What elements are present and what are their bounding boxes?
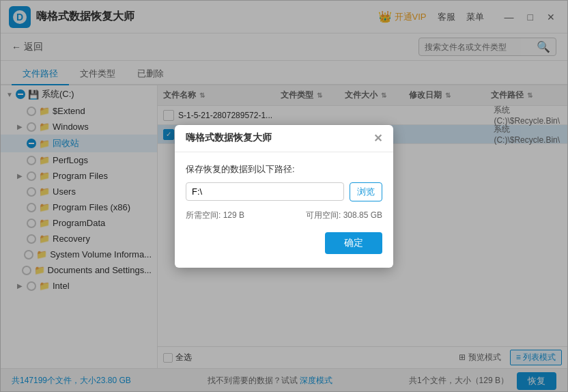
save-path-input[interactable] <box>186 182 344 201</box>
modal-space-info: 所需空间: 129 B 可用空间: 308.85 GB <box>186 210 382 221</box>
confirm-button[interactable]: 确定 <box>325 232 382 254</box>
modal-close-button[interactable]: ✕ <box>373 132 382 145</box>
save-dialog: 嗨格式数据恢复大师 ✕ 保存恢复的数据到以下路径: 浏览 所需空间: 129 B… <box>175 125 393 268</box>
browse-button[interactable]: 浏览 <box>350 182 382 201</box>
modal-body: 保存恢复的数据到以下路径: 浏览 所需空间: 129 B 可用空间: 308.8… <box>175 152 393 268</box>
modal-footer: 确定 <box>186 232 382 257</box>
modal-title: 嗨格式数据恢复大师 <box>186 132 272 144</box>
space-needed: 所需空间: 129 B <box>186 210 244 221</box>
modal-label: 保存恢复的数据到以下路径: <box>186 163 382 176</box>
space-available: 可用空间: 308.85 GB <box>306 210 382 221</box>
modal-path-row: 浏览 <box>186 182 382 201</box>
modal-overlay: 嗨格式数据恢复大师 ✕ 保存恢复的数据到以下路径: 浏览 所需空间: 129 B… <box>0 0 568 392</box>
modal-header: 嗨格式数据恢复大师 ✕ <box>175 125 393 152</box>
